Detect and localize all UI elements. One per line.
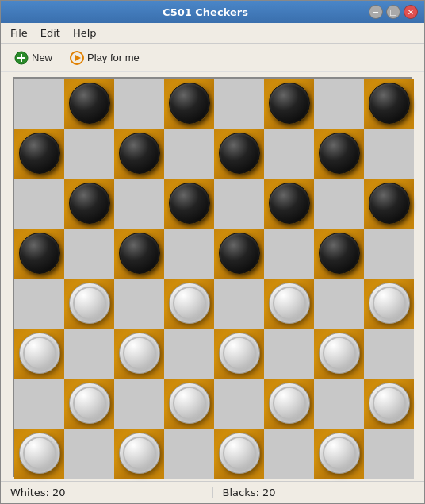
piece-black-2-5[interactable] [269,183,310,224]
cell-3-6[interactable] [314,229,364,279]
piece-black-1-4[interactable] [219,133,260,174]
cell-5-7[interactable] [364,329,414,379]
piece-black-2-1[interactable] [69,183,110,224]
cell-4-1[interactable] [64,279,114,329]
cell-3-4[interactable] [214,229,264,279]
cell-1-4[interactable] [214,129,264,179]
minimize-button[interactable]: − [369,5,383,19]
cell-6-2[interactable] [114,379,164,429]
cell-1-1[interactable] [64,129,114,179]
cell-7-6[interactable] [314,429,364,479]
piece-black-2-3[interactable] [169,183,210,224]
cell-4-5[interactable] [264,279,314,329]
cell-6-1[interactable] [64,379,114,429]
piece-white-7-4[interactable] [219,433,260,474]
menu-help[interactable]: Help [67,25,103,41]
cell-5-2[interactable] [114,329,164,379]
cell-3-0[interactable] [14,229,64,279]
cell-0-0[interactable] [14,79,64,129]
cell-1-6[interactable] [314,129,364,179]
cell-2-1[interactable] [64,179,114,229]
piece-white-6-3[interactable] [169,383,210,424]
piece-black-1-0[interactable] [19,133,60,174]
cell-3-2[interactable] [114,229,164,279]
cell-7-1[interactable] [64,429,114,479]
maximize-button[interactable]: □ [386,5,400,19]
cell-3-5[interactable] [264,229,314,279]
cell-2-7[interactable] [364,179,414,229]
cell-0-5[interactable] [264,79,314,129]
piece-black-2-7[interactable] [369,183,410,224]
cell-1-2[interactable] [114,129,164,179]
cell-6-4[interactable] [214,379,264,429]
piece-white-4-7[interactable] [369,283,410,324]
cell-1-0[interactable] [14,129,64,179]
piece-white-4-1[interactable] [69,283,110,324]
piece-white-5-2[interactable] [119,333,160,374]
piece-black-3-4[interactable] [219,233,260,274]
cell-7-4[interactable] [214,429,264,479]
close-button[interactable]: ✕ [404,5,418,19]
menu-file[interactable]: File [4,25,34,41]
cell-2-2[interactable] [114,179,164,229]
piece-white-7-0[interactable] [19,433,60,474]
cell-7-3[interactable] [164,429,214,479]
cell-5-5[interactable] [264,329,314,379]
cell-0-4[interactable] [214,79,264,129]
cell-5-0[interactable] [14,329,64,379]
piece-black-0-1[interactable] [69,83,110,124]
cell-3-3[interactable] [164,229,214,279]
cell-0-2[interactable] [114,79,164,129]
cell-5-1[interactable] [64,329,114,379]
cell-7-7[interactable] [364,429,414,479]
cell-0-7[interactable] [364,79,414,129]
piece-white-5-6[interactable] [319,333,360,374]
piece-black-1-2[interactable] [119,133,160,174]
piece-white-6-7[interactable] [369,383,410,424]
cell-7-0[interactable] [14,429,64,479]
cell-2-6[interactable] [314,179,364,229]
cell-3-1[interactable] [64,229,114,279]
play-for-me-button[interactable]: Play for me [63,47,147,69]
cell-3-7[interactable] [364,229,414,279]
cell-1-7[interactable] [364,129,414,179]
cell-5-4[interactable] [214,329,264,379]
cell-4-6[interactable] [314,279,364,329]
piece-white-4-3[interactable] [169,283,210,324]
cell-6-0[interactable] [14,379,64,429]
cell-5-3[interactable] [164,329,214,379]
cell-1-3[interactable] [164,129,214,179]
piece-black-0-3[interactable] [169,83,210,124]
cell-2-3[interactable] [164,179,214,229]
piece-black-0-5[interactable] [269,83,310,124]
cell-4-0[interactable] [14,279,64,329]
piece-black-3-6[interactable] [319,233,360,274]
piece-white-6-5[interactable] [269,383,310,424]
cell-1-5[interactable] [264,129,314,179]
piece-white-4-5[interactable] [269,283,310,324]
cell-0-3[interactable] [164,79,214,129]
piece-black-0-7[interactable] [369,83,410,124]
piece-black-1-6[interactable] [319,133,360,174]
piece-black-3-2[interactable] [119,233,160,274]
cell-2-5[interactable] [264,179,314,229]
cell-5-6[interactable] [314,329,364,379]
piece-white-5-4[interactable] [219,333,260,374]
piece-white-6-1[interactable] [69,383,110,424]
cell-7-5[interactable] [264,429,314,479]
piece-white-5-0[interactable] [19,333,60,374]
cell-7-2[interactable] [114,429,164,479]
cell-2-4[interactable] [214,179,264,229]
cell-6-3[interactable] [164,379,214,429]
piece-white-7-2[interactable] [119,433,160,474]
cell-4-4[interactable] [214,279,264,329]
cell-4-7[interactable] [364,279,414,329]
cell-6-6[interactable] [314,379,364,429]
menu-edit[interactable]: Edit [34,25,67,41]
cell-4-3[interactable] [164,279,214,329]
cell-4-2[interactable] [114,279,164,329]
piece-black-3-0[interactable] [19,233,60,274]
cell-0-6[interactable] [314,79,364,129]
checkers-board[interactable] [13,77,412,477]
cell-0-1[interactable] [64,79,114,129]
